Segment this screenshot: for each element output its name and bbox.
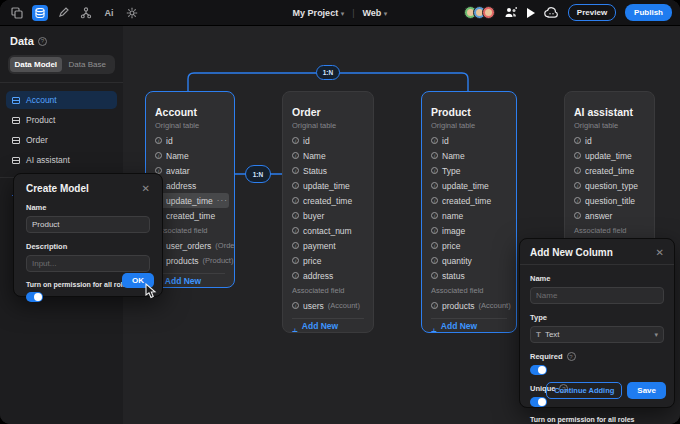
- field-row[interactable]: i update_time: [574, 148, 645, 163]
- dialog-title: Add New Column: [530, 247, 613, 258]
- field-row[interactable]: i Status: [292, 163, 364, 178]
- field-row[interactable]: i payment: [292, 238, 364, 253]
- column-name-input[interactable]: [530, 287, 664, 304]
- name-label: Name: [26, 203, 150, 212]
- field-label: address: [166, 181, 196, 191]
- field-row[interactable]: i price: [431, 238, 507, 253]
- sidebar-model-item[interactable]: Account: [6, 91, 117, 109]
- field-type-icon: i: [574, 182, 581, 189]
- invite-members-icon[interactable]: [504, 4, 518, 22]
- field-label: payment: [303, 241, 336, 251]
- model-card[interactable]: Order Original table i id i Name i Statu…: [282, 91, 374, 333]
- field-label: created_time: [166, 211, 215, 221]
- field-row[interactable]: i question_type: [574, 178, 645, 193]
- save-button[interactable]: Save: [627, 382, 666, 399]
- field-type-icon: i: [292, 302, 299, 309]
- field-row[interactable]: i Name: [292, 148, 364, 163]
- field-row[interactable]: i price: [292, 253, 364, 268]
- unique-toggle[interactable]: [530, 397, 547, 407]
- field-row[interactable]: i created_time: [431, 193, 507, 208]
- close-icon[interactable]: ✕: [656, 247, 664, 258]
- field-row[interactable]: i address: [155, 178, 225, 193]
- sidebar-model-item[interactable]: Product: [6, 111, 117, 129]
- field-label: id: [585, 136, 592, 146]
- model-card[interactable]: Product Original table i id i Name i Typ…: [421, 91, 517, 333]
- field-type-icon: i: [431, 152, 438, 159]
- field-row[interactable]: i id: [155, 133, 225, 148]
- associated-field-label: Associated field: [155, 223, 225, 238]
- model-name-input[interactable]: [26, 216, 150, 233]
- field-type-icon: i: [155, 152, 162, 159]
- field-type-icon: i: [431, 242, 438, 249]
- sidebar-model-item[interactable]: Order: [6, 131, 117, 149]
- field-row[interactable]: i question_title: [574, 193, 645, 208]
- field-row[interactable]: i quantity: [431, 253, 507, 268]
- required-label: Required ?: [530, 352, 664, 361]
- relation-badge[interactable]: 1:N: [316, 65, 340, 80]
- pages-icon[interactable]: [9, 5, 25, 21]
- field-type-icon: i: [292, 257, 299, 264]
- field-label: user_orders: [166, 241, 211, 251]
- model-description-input[interactable]: [26, 255, 150, 272]
- deploy-cloud-icon[interactable]: [544, 4, 559, 22]
- field-row[interactable]: i image: [431, 223, 507, 238]
- field-row[interactable]: i update_time: [431, 178, 507, 193]
- column-type-select[interactable]: T Text ▾: [530, 326, 664, 343]
- project-switcher[interactable]: My Project ▾: [293, 8, 345, 18]
- field-type-icon: i: [431, 227, 438, 234]
- platform-switcher[interactable]: Web ▾: [363, 8, 388, 18]
- field-row[interactable]: i Name: [155, 148, 225, 163]
- add-new-column-button[interactable]: + Add New Column: [292, 323, 364, 333]
- field-row[interactable]: i avatar: [155, 163, 225, 178]
- relation-badge[interactable]: 1:N: [245, 165, 271, 183]
- field-row[interactable]: i created_time: [292, 193, 364, 208]
- tab-data-model[interactable]: Data Model: [10, 57, 62, 72]
- field-row[interactable]: i answer: [574, 208, 645, 223]
- add-new-column-button[interactable]: + Add New Column: [431, 323, 507, 333]
- field-row[interactable]: i products (Product): [155, 253, 225, 268]
- field-row[interactable]: i buyer: [292, 208, 364, 223]
- required-toggle[interactable]: [530, 365, 547, 375]
- field-row[interactable]: i created_time: [574, 163, 645, 178]
- collaborator-avatars[interactable]: [464, 6, 495, 19]
- tab-data-base[interactable]: Data Base: [62, 57, 114, 72]
- field-row[interactable]: i contact_num: [292, 223, 364, 238]
- continue-adding-button[interactable]: Continue Adding: [546, 382, 622, 399]
- preview-button[interactable]: Preview: [568, 4, 616, 21]
- field-label: created_time: [303, 196, 352, 206]
- row-menu-button[interactable]: ···: [217, 196, 228, 205]
- field-row[interactable]: i status: [431, 268, 507, 283]
- field-row[interactable]: i users (Account): [292, 298, 364, 313]
- field-row[interactable]: i Type: [431, 163, 507, 178]
- close-icon[interactable]: ✕: [142, 183, 150, 194]
- design-icon[interactable]: [55, 5, 71, 21]
- field-row[interactable]: i Name: [431, 148, 507, 163]
- sidebar-model-label: Product: [26, 115, 55, 125]
- field-ref-label: (Order): [215, 241, 235, 250]
- field-row[interactable]: i id: [431, 133, 507, 148]
- field-row[interactable]: i id: [292, 133, 364, 148]
- field-row[interactable]: i name: [431, 208, 507, 223]
- field-type-icon: i: [431, 167, 438, 174]
- settings-gear-icon[interactable]: [124, 5, 140, 21]
- add-new-column-button[interactable]: + Add New Column: [155, 278, 225, 288]
- actionflow-icon[interactable]: [78, 5, 94, 21]
- field-row[interactable]: i address: [292, 268, 364, 283]
- publish-button[interactable]: Publish: [625, 4, 672, 21]
- help-icon[interactable]: ?: [38, 37, 47, 46]
- field-row[interactable]: i created_time: [155, 208, 225, 223]
- permission-toggle[interactable]: [26, 292, 43, 302]
- field-row[interactable]: i id: [574, 133, 645, 148]
- field-row[interactable]: i update_time: [292, 178, 364, 193]
- help-icon[interactable]: ?: [567, 352, 576, 361]
- associated-list: i users (Account): [292, 298, 364, 313]
- field-row[interactable]: i products (Account): [431, 298, 507, 313]
- database-icon[interactable]: [32, 5, 48, 21]
- field-type-icon: i: [574, 167, 581, 174]
- sidebar-model-item[interactable]: AI assistant: [6, 151, 117, 169]
- model-list: Account Product Order AI assistant: [0, 91, 123, 169]
- run-preview-icon[interactable]: [527, 8, 535, 18]
- field-row[interactable]: i user_orders (Order): [155, 238, 225, 253]
- card-title: Account: [155, 92, 225, 118]
- ai-icon[interactable]: Ai: [101, 5, 117, 21]
